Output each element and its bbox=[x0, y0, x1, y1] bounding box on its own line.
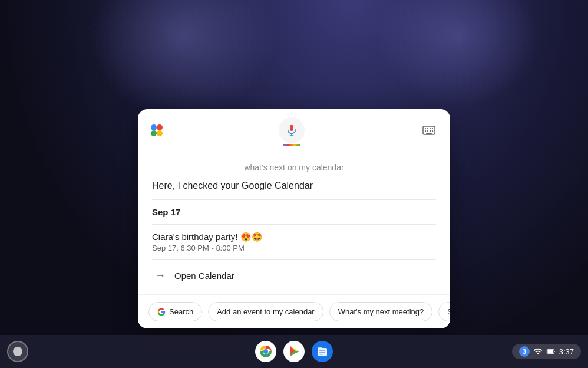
next-meeting-label: What's my next meeting? bbox=[338, 307, 424, 316]
svg-rect-13 bbox=[427, 130, 428, 132]
svg-point-2 bbox=[151, 130, 157, 136]
suggestion-chip-agenda[interactable]: Show my agenda for bbox=[438, 302, 450, 321]
arrow-icon: → bbox=[152, 267, 169, 284]
open-calendar-text: Open Calendar bbox=[174, 271, 234, 281]
dialog-header bbox=[138, 109, 450, 152]
system-time: 3:37 bbox=[559, 347, 574, 356]
svg-point-21 bbox=[263, 349, 268, 354]
svg-point-0 bbox=[151, 124, 157, 130]
svg-rect-14 bbox=[430, 130, 431, 132]
suggestions-row: Search Add an event to my calendar What'… bbox=[138, 294, 450, 328]
svg-rect-8 bbox=[425, 128, 426, 129]
google-logo-icon bbox=[157, 308, 166, 316]
files-icon bbox=[312, 341, 333, 362]
battery-icon bbox=[546, 347, 556, 356]
svg-rect-10 bbox=[430, 128, 431, 129]
files-app-icon[interactable] bbox=[310, 340, 334, 363]
section-date: Sep 17 bbox=[152, 207, 436, 217]
response-title: Here, I checked your Google Calendar bbox=[152, 180, 436, 191]
svg-rect-31 bbox=[554, 351, 554, 353]
svg-rect-28 bbox=[319, 352, 325, 353]
svg-rect-16 bbox=[426, 133, 432, 134]
divider-2 bbox=[152, 224, 436, 225]
mic-button[interactable] bbox=[279, 117, 305, 143]
assistant-logo bbox=[148, 122, 165, 139]
chrome-app-icon[interactable] bbox=[254, 340, 278, 363]
system-tray[interactable]: 3 3:37 bbox=[512, 344, 581, 359]
search-chip-label: Search bbox=[169, 307, 193, 316]
chrome-icon bbox=[255, 341, 276, 362]
svg-rect-4 bbox=[290, 125, 293, 131]
divider-3 bbox=[152, 259, 436, 260]
shelf-right: 3 3:37 bbox=[512, 344, 581, 359]
keyboard-icon bbox=[422, 123, 436, 137]
svg-rect-15 bbox=[432, 130, 433, 132]
dialog-content: what's next on my calendar Here, I check… bbox=[138, 152, 450, 294]
svg-rect-29 bbox=[319, 354, 323, 355]
svg-rect-11 bbox=[432, 128, 433, 129]
mic-icon bbox=[285, 124, 298, 137]
notification-badge: 3 bbox=[519, 346, 530, 357]
event-time: Sep 17, 6:30 PM - 8:00 PM bbox=[152, 244, 436, 252]
shelf-left bbox=[7, 341, 28, 362]
suggestion-chip-search[interactable]: Search bbox=[148, 302, 202, 321]
assistant-dialog: what's next on my calendar Here, I check… bbox=[138, 109, 450, 328]
open-calendar-row[interactable]: → Open Calendar bbox=[152, 267, 436, 284]
agenda-label: Show my agenda for bbox=[447, 307, 450, 316]
event-title: Ciara's birthday party! 😍🤩 bbox=[152, 232, 436, 242]
divider-1 bbox=[152, 199, 436, 200]
query-text: what's next on my calendar bbox=[152, 163, 436, 172]
svg-rect-9 bbox=[427, 128, 428, 129]
event-item: Ciara's birthday party! 😍🤩 Sep 17, 6:30 … bbox=[152, 232, 436, 252]
keyboard-button[interactable] bbox=[418, 120, 440, 141]
svg-point-1 bbox=[157, 124, 163, 130]
svg-point-3 bbox=[157, 130, 163, 136]
play-store-icon[interactable] bbox=[282, 340, 306, 363]
suggestion-chip-add-event[interactable]: Add an event to my calendar bbox=[208, 302, 323, 321]
svg-rect-32 bbox=[547, 350, 553, 353]
shelf-center bbox=[254, 340, 334, 363]
play-store-svg bbox=[283, 341, 305, 362]
svg-rect-12 bbox=[425, 130, 426, 132]
suggestion-chip-next-meeting[interactable]: What's my next meeting? bbox=[329, 302, 433, 321]
svg-rect-27 bbox=[319, 350, 325, 351]
wifi-icon bbox=[533, 347, 543, 356]
svg-rect-26 bbox=[318, 347, 322, 349]
shelf: 3 3:37 bbox=[0, 335, 588, 368]
launcher-button[interactable] bbox=[7, 341, 28, 362]
add-event-label: Add an event to my calendar bbox=[217, 307, 315, 316]
mic-area bbox=[165, 117, 418, 143]
